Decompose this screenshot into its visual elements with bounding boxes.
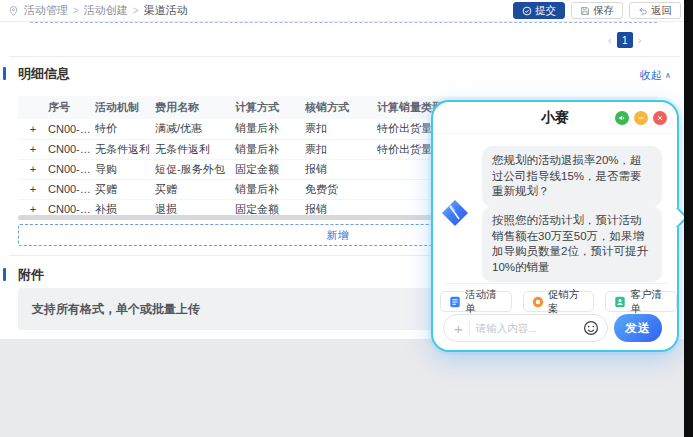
- collapse-link[interactable]: 收起 ∧: [640, 68, 671, 83]
- cell-fee: 短促-服务外包: [155, 159, 235, 179]
- cell-verify: 报销: [305, 159, 377, 179]
- chat-message-input[interactable]: [476, 322, 577, 334]
- submit-button[interactable]: 提交: [513, 2, 565, 19]
- undo-arrow-icon: [638, 6, 648, 16]
- breadcrumb: 活动管理 > 活动创建 > 渠道活动: [0, 3, 188, 18]
- assistant-chat-panel: 小赛 您规划的活动退损率20%，超过公司指导线15%，是否需要重新规划？: [431, 100, 679, 352]
- table-header-expand: [18, 96, 48, 119]
- chip-activity-list[interactable]: 活动清单: [440, 291, 512, 312]
- send-button[interactable]: 发送: [614, 314, 662, 342]
- cell-verify: 票扣: [305, 139, 377, 159]
- breadcrumb-separator: >: [133, 5, 139, 16]
- document-icon: [449, 296, 461, 308]
- chat-window-controls: [615, 111, 667, 125]
- assistant-message: 您规划的活动退损率20%，超过公司指导线15%，是否需要重新规划？: [482, 146, 662, 207]
- top-bar: 活动管理 > 活动创建 > 渠道活动 提交 保存: [0, 0, 684, 22]
- cell-calc: 销量后补: [235, 119, 305, 139]
- row-expand-icon[interactable]: +: [18, 119, 48, 139]
- pagination-current-page[interactable]: 1: [617, 32, 633, 48]
- cell-calc: 固定金额: [235, 159, 305, 179]
- detail-section-title: 明细信息: [18, 65, 70, 83]
- row-expand-icon[interactable]: +: [18, 139, 48, 159]
- voice-button[interactable]: [615, 111, 629, 125]
- cell-mechanism: 无条件返利: [95, 139, 155, 159]
- chat-input-row: + 发送: [443, 314, 662, 342]
- cell-calc: 销量后补: [235, 139, 305, 159]
- cell-mechanism: 导购: [95, 159, 155, 179]
- chip-label: 客户清单: [630, 288, 668, 316]
- cell-fee: 无条件返利: [155, 139, 235, 159]
- cell-seq: CN00-2...: [48, 139, 95, 159]
- table-header-calc: 计算方式: [235, 96, 305, 119]
- breadcrumb-item-channel-activity: 渠道活动: [144, 3, 188, 18]
- section-divider: [9, 56, 680, 57]
- breadcrumb-separator: >: [73, 5, 79, 16]
- chat-title: 小赛: [541, 109, 569, 127]
- check-circle-icon: [522, 6, 532, 16]
- customer-icon: [614, 296, 626, 308]
- cell-mechanism: 买赠: [95, 179, 155, 199]
- cell-mechanism: 特价: [95, 119, 155, 139]
- app-window: 活动管理 > 活动创建 > 渠道活动 提交 保存: [0, 0, 693, 437]
- minimize-button[interactable]: [634, 111, 648, 125]
- breadcrumb-item-activity-management[interactable]: 活动管理: [24, 3, 68, 18]
- add-row-label: 新增: [327, 228, 349, 243]
- cell-fee: 买赠: [155, 179, 235, 199]
- pagination-next-icon[interactable]: ›: [638, 34, 642, 46]
- cell-seq: CN00-2...: [48, 119, 95, 139]
- chat-input-pill: +: [443, 314, 608, 342]
- cell-seq: CN00-2...: [48, 159, 95, 179]
- chevron-up-icon: ∧: [665, 71, 671, 80]
- chat-divider: [443, 283, 667, 284]
- chat-header: 小赛: [433, 102, 677, 134]
- floppy-save-icon: [580, 6, 590, 16]
- chip-customer-list[interactable]: 客户清单: [605, 291, 677, 312]
- cell-seq: CN00-2...: [48, 179, 95, 199]
- upload-hint-text: 支持所有格式，单个或批量上传: [32, 301, 200, 318]
- assistant-avatar: [440, 198, 470, 228]
- emoji-smiley-icon[interactable]: [583, 320, 599, 336]
- pagination-prev-icon[interactable]: ‹: [608, 34, 612, 46]
- chip-label: 活动清单: [465, 288, 503, 316]
- cell-verify: 票扣: [305, 119, 377, 139]
- table-header-verify: 核销方式: [305, 96, 377, 119]
- table-header-fee: 费用名称: [155, 96, 235, 119]
- attachment-section-title: 附件: [18, 266, 44, 284]
- screen-edge-strip: [684, 0, 693, 437]
- row-expand-icon[interactable]: +: [18, 159, 48, 179]
- assistant-message: 按照您的活动计划，预计活动销售额在30万至50万，如果增加导购员数量2位，预计可…: [482, 206, 662, 282]
- quick-action-chips: 活动清单 促销方案 客户清单: [440, 291, 677, 312]
- save-button-label: 保存: [593, 4, 614, 18]
- dashed-section-border: [30, 22, 657, 23]
- location-pin-icon: [8, 5, 19, 17]
- submit-button-label: 提交: [535, 4, 556, 18]
- back-button-label: 返回: [651, 4, 672, 18]
- back-button[interactable]: 返回: [629, 2, 681, 19]
- collapse-link-label: 收起: [640, 68, 662, 83]
- table-header-seq: 序号: [48, 96, 95, 119]
- page-background: [0, 339, 684, 437]
- topbar-actions: 提交 保存 返回: [513, 2, 681, 19]
- breadcrumb-item-activity-create[interactable]: 活动创建: [84, 3, 128, 18]
- row-expand-icon[interactable]: +: [18, 179, 48, 199]
- chip-label: 促销方案: [548, 288, 586, 316]
- table-header-mechanism: 活动机制: [95, 96, 155, 119]
- pagination: ‹ 1 ›: [608, 32, 641, 48]
- add-attachment-icon[interactable]: +: [454, 321, 463, 336]
- section-accent-bar: [3, 67, 6, 80]
- save-button[interactable]: 保存: [571, 2, 623, 19]
- cell-verify: 免费货: [305, 179, 377, 199]
- close-button[interactable]: [653, 111, 667, 125]
- promo-icon: [532, 296, 544, 308]
- section-accent-bar: [3, 268, 6, 281]
- chip-promo-plan[interactable]: 促销方案: [523, 291, 595, 312]
- cell-fee: 满减/优惠: [155, 119, 235, 139]
- cell-calc: 销量后补: [235, 179, 305, 199]
- input-divider: [469, 321, 470, 335]
